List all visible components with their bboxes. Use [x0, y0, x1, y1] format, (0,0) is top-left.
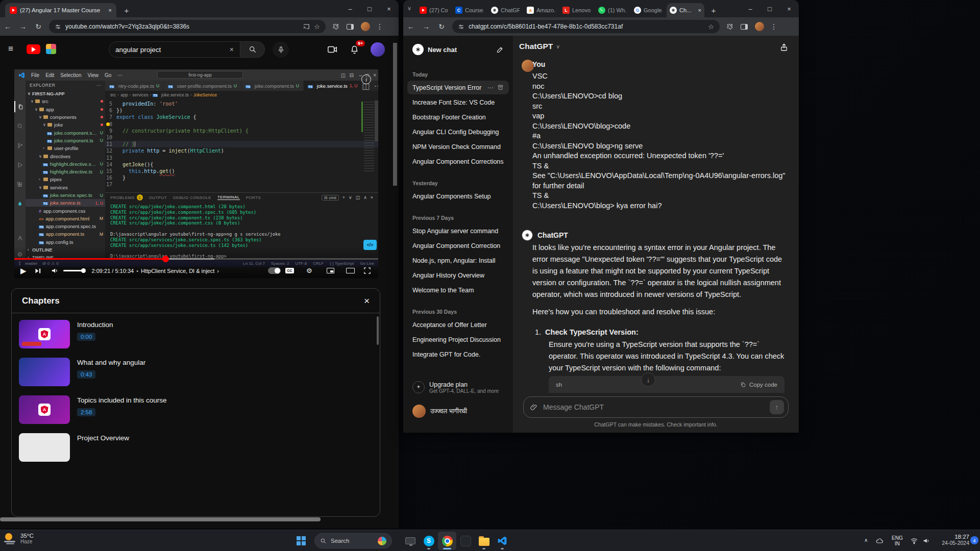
create-video-icon[interactable]	[327, 44, 338, 55]
language-indicator[interactable]: ENGIN	[892, 535, 903, 546]
youtube-logo[interactable]	[27, 44, 40, 54]
chat-history-item[interactable]: Angular History Overview	[407, 268, 509, 282]
chat-history-item[interactable]: NPM Version Check Command	[407, 140, 509, 154]
chapter-item[interactable]: Project Overview	[12, 429, 380, 466]
scrubber-handle[interactable]	[162, 256, 169, 262]
back-icon[interactable]: ←	[0, 22, 15, 31]
video-info-card-icon[interactable]: i	[361, 74, 371, 84]
progress-bar-track[interactable]	[14, 258, 378, 260]
taskbar-search[interactable]: Search	[314, 533, 392, 548]
new-tab-button[interactable]: +	[707, 4, 720, 16]
pinned-app-icon[interactable]	[456, 532, 475, 550]
close-chapters-icon[interactable]: ×	[364, 295, 370, 307]
volume-slider[interactable]	[63, 270, 85, 271]
monitor-app-icon[interactable]	[401, 532, 420, 550]
clock[interactable]: 18:27 24-05-2024	[936, 534, 969, 546]
chapter-item[interactable]: Topics included in this course2:58	[12, 391, 380, 429]
start-button[interactable]	[292, 532, 310, 550]
video-player[interactable]: File Edit Selection View Go ⋯ first-ng-a…	[14, 69, 378, 278]
chapter-item[interactable]: Introduction0:00	[12, 315, 380, 353]
chat-history-item[interactable]: Engineering Project Discussion	[407, 333, 509, 346]
side-panel-icon[interactable]	[741, 24, 748, 30]
chapter-time-badge[interactable]: 2:58	[77, 408, 95, 416]
voice-search-button[interactable]	[273, 41, 289, 58]
back-icon[interactable]: ←	[403, 22, 419, 31]
extensions-icon[interactable]	[332, 23, 339, 31]
chapter-time-badge[interactable]: 0:43	[77, 370, 95, 379]
close-button[interactable]: ×	[779, 1, 799, 16]
browser-menu-icon[interactable]: ⋮	[372, 22, 387, 31]
extensions-icon[interactable]	[726, 23, 733, 31]
chat-history-item[interactable]: Node.js, npm, Angular: Install	[407, 254, 509, 267]
bookmark-star-icon[interactable]: ☆	[314, 23, 320, 31]
browser-tab[interactable]: (1) Wh...	[595, 4, 630, 16]
chat-history-item[interactable]: Increase Font Size: VS Code	[407, 95, 509, 109]
tray-expand-icon[interactable]: ∧	[864, 537, 868, 543]
upgrade-plan-button[interactable]: Upgrade plan Get GPT-4, DALL-E, and more	[407, 377, 509, 398]
archive-icon[interactable]	[497, 84, 504, 91]
share-chat-icon[interactable]	[779, 43, 789, 52]
close-button[interactable]: ×	[379, 1, 399, 16]
browser-tab-youtube[interactable]: (27) Angular 17 Master Course ×	[5, 3, 116, 17]
chapter-title[interactable]: HttpClient Service, DI & inject	[141, 268, 214, 274]
model-selector[interactable]: ChatGPT ∨	[519, 42, 560, 51]
site-settings-icon[interactable]	[458, 23, 464, 30]
fullscreen-icon[interactable]	[363, 267, 371, 274]
profile-avatar[interactable]	[755, 22, 764, 31]
chat-history-item[interactable]: Welcome to the Team	[407, 283, 509, 297]
chat-history-item[interactable]: Bootstrap Footer Creation	[407, 110, 509, 124]
browser-tab-active[interactable]: Ch...×	[667, 3, 704, 17]
chapter-time-badge[interactable]: 0:00	[77, 333, 95, 341]
reload-icon[interactable]: ↻	[31, 22, 46, 31]
chat-history-item[interactable]: Stop Angular server command	[407, 224, 509, 238]
skype-icon[interactable]: S	[420, 532, 438, 550]
volume-icon[interactable]	[51, 266, 59, 275]
copy-code-button[interactable]: Copy code	[740, 382, 777, 388]
hamburger-menu-icon[interactable]: ≡	[8, 44, 13, 54]
profile-avatar[interactable]	[361, 22, 370, 31]
chat-history-item[interactable]: Angular Component Corrections	[407, 155, 509, 168]
bookmark-star-icon[interactable]: ☆	[708, 23, 714, 31]
youtube-avatar[interactable]	[371, 42, 385, 57]
browser-tab[interactable]: GGoogle...	[631, 4, 666, 16]
new-tab-button[interactable]: +	[120, 4, 133, 16]
file-explorer-icon[interactable]	[475, 532, 493, 550]
chat-history-item-active[interactable]: TypeScript Version Error ⋯	[407, 81, 509, 94]
clear-search-icon[interactable]: ×	[230, 45, 234, 54]
captions-icon[interactable]: CC	[285, 268, 294, 273]
chat-history-item[interactable]: Angular Component Correction	[407, 239, 509, 253]
new-chat-pencil-icon[interactable]	[496, 46, 504, 54]
weather-widget[interactable]: 35°C Haze	[4, 532, 34, 544]
tab-search-icon[interactable]: ∨	[407, 5, 411, 12]
message-input[interactable]: Message ChatGPT ↑	[523, 396, 789, 418]
chat-history-item[interactable]: Integrate GPT for Code.	[407, 347, 509, 361]
minimize-button[interactable]: –	[741, 1, 760, 16]
autoplay-toggle[interactable]	[268, 267, 281, 274]
onedrive-cloud-icon[interactable]	[875, 537, 884, 545]
attach-file-icon[interactable]	[530, 403, 538, 411]
tab-close-icon[interactable]: ×	[108, 7, 112, 13]
browser-tab[interactable]: CCourse...	[452, 4, 487, 16]
horizontal-scrollbar[interactable]	[0, 517, 321, 521]
next-icon[interactable]	[35, 268, 42, 274]
search-button[interactable]	[240, 41, 265, 58]
chat-options-icon[interactable]: ⋯	[487, 84, 494, 91]
chat-history-item[interactable]: Acceptance of Offer Letter	[407, 318, 509, 332]
user-account-button[interactable]: उज्ज्वल भागीरथी	[407, 402, 509, 420]
browser-tab[interactable]: aAmazo...	[524, 4, 558, 16]
chat-history-item[interactable]: Angular CLI Config Debugging	[407, 125, 509, 139]
vertical-scrollbar[interactable]	[393, 43, 397, 186]
volume-tray-icon[interactable]	[922, 537, 930, 545]
browser-menu-icon[interactable]: ⋮	[766, 22, 781, 31]
notification-badge[interactable]: 4	[970, 536, 978, 544]
browser-tab[interactable]: ChatGP...	[488, 4, 523, 16]
site-settings-icon[interactable]	[55, 23, 61, 30]
scroll-to-bottom-button[interactable]: ↓	[641, 372, 655, 387]
maximize-button[interactable]: □	[360, 1, 379, 16]
search-input[interactable]: angular project ×	[109, 41, 240, 58]
reload-icon[interactable]: ↻	[434, 22, 449, 31]
miniplayer-icon[interactable]	[327, 268, 334, 273]
send-button[interactable]: ↑	[770, 400, 784, 414]
forward-icon[interactable]: →	[15, 22, 31, 31]
cast-icon[interactable]	[303, 23, 310, 30]
